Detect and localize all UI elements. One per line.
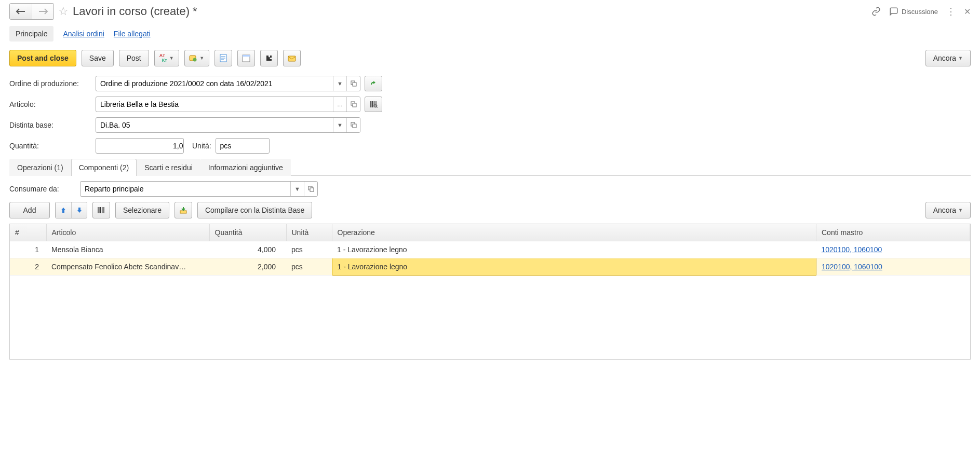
col-header-unita[interactable]: Unità [286,224,332,241]
folder-mail-icon-button[interactable] [283,50,301,66]
ordine-dropdown-icon[interactable]: ▼ [333,76,346,91]
move-down-button[interactable] [71,202,87,218]
distinta-label: Distinta base: [9,121,91,129]
distinta-input-group: ▼ [96,117,360,133]
calendar-icon-button[interactable] [237,50,255,66]
svg-rect-33 [310,188,314,191]
barcode-scan-button[interactable] [92,202,110,218]
table-ancora-button[interactable]: Ancora ▼ [925,202,971,218]
unita-input-group: ▼ [216,138,270,154]
subtab-info-aggiuntive[interactable]: Informazioni aggiuntive [200,159,291,176]
move-up-button[interactable] [56,202,71,218]
consumare-input-group: ▼ [80,181,318,197]
svg-rect-10 [288,56,296,61]
post-and-close-button[interactable]: Post and close [9,50,76,66]
svg-rect-23 [353,124,356,128]
cell-operazione-active[interactable]: 1 - Lavorazione legno [332,258,816,276]
document-icon-button[interactable] [214,50,232,66]
save-button[interactable]: Save [82,50,114,66]
tab-file-allegati[interactable]: File allegati [114,26,151,42]
distinta-open-icon[interactable] [346,118,360,132]
articolo-barcode-button[interactable] [365,97,382,112]
svg-rect-14 [353,103,356,107]
ancora-button[interactable]: Ancora ▼ [925,50,971,66]
ordine-refresh-button[interactable] [365,76,382,91]
col-header-conti[interactable]: Conti mastro [816,224,970,241]
compilare-button[interactable]: Compilare con la Distinta Base [197,202,312,218]
cell-num: 2 [10,258,46,276]
nav-back-button[interactable] [10,4,32,19]
puzzle-icon-button[interactable] [260,50,278,66]
cell-quantita: 4,000 [209,241,286,258]
more-vertical-icon[interactable]: ⋮ [946,6,956,17]
move-row-buttons [55,202,87,218]
components-table[interactable]: # Articolo Quantità Unità Operazione Con… [10,224,970,276]
discussion-button[interactable]: Discussione [889,7,938,16]
close-icon[interactable]: ✕ [964,7,971,17]
svg-point-1 [193,58,197,62]
cell-articolo: Compensato Fenolico Abete Scandinav… [46,258,209,276]
ancora-label: Ancora [933,54,956,62]
nav-history [9,3,54,20]
discussion-label: Discussione [902,8,938,16]
subtab-componenti[interactable]: Componenti (2) [71,159,137,176]
articolo-label: Articolo: [9,100,91,108]
consumare-label: Consumare da: [9,185,76,193]
table-row[interactable]: 1 Mensola Bianca 4,000 pcs 1 - Lavorazio… [10,241,970,258]
col-header-num[interactable]: # [10,224,46,241]
distinta-input[interactable] [96,118,333,132]
table-ancora-label: Ancora [933,206,956,214]
svg-rect-12 [353,83,356,86]
articolo-input-group: … [96,97,360,112]
cell-unita: pcs [286,241,332,258]
col-header-quantita[interactable]: Quantità [209,224,286,241]
cell-articolo: Mensola Bianca [46,241,209,258]
distinta-dropdown-icon[interactable]: ▼ [333,118,346,132]
quantita-label: Quantità: [9,142,91,150]
cell-num: 1 [10,241,46,258]
page-title: Lavori in corso (create) * [73,5,197,18]
svg-rect-39 [180,211,186,213]
quantita-input-group [96,138,184,154]
cell-quantita: 2,000 [209,258,286,276]
ordine-open-icon[interactable] [346,76,360,91]
link-icon[interactable] [871,7,881,16]
cell-conti-link[interactable]: 1020100, 1060100 [822,245,882,254]
accounting-entries-button[interactable]: Ат Кт ▼ [154,50,179,66]
favorite-star-icon[interactable]: ☆ [58,5,69,18]
consumare-input[interactable] [80,182,290,196]
add-row-button[interactable]: Add [9,202,50,218]
svg-line-21 [377,107,378,108]
unita-label: Unità: [192,142,211,150]
subtab-scarti[interactable]: Scarti e residui [137,159,200,176]
components-table-wrap: # Articolo Quantità Unità Operazione Con… [9,224,971,360]
nav-forward-button [32,4,53,19]
cell-unita: pcs [286,258,332,276]
articolo-open-icon[interactable] [346,97,360,112]
ordine-input-group: ▼ [96,76,360,91]
table-row[interactable]: 2 Compensato Fenolico Abete Scandinav… 2… [10,258,970,276]
import-button[interactable] [174,202,192,218]
articolo-input[interactable] [96,97,333,112]
selezionare-button[interactable]: Selezionare [115,202,169,218]
subtab-operazioni[interactable]: Operazioni (1) [9,159,71,176]
articolo-select-icon[interactable]: … [333,97,346,112]
ordine-input[interactable] [96,76,333,91]
cell-conti-link[interactable]: 1020100, 1060100 [822,263,882,271]
unita-input[interactable] [216,139,270,153]
col-header-articolo[interactable]: Articolo [46,224,209,241]
consumare-dropdown-icon[interactable]: ▼ [290,182,304,196]
quantita-input[interactable] [96,139,184,153]
svg-rect-7 [243,55,250,57]
tab-analisi-ordini[interactable]: Analisi ordini [63,26,104,42]
tab-principale[interactable]: Principale [9,26,53,42]
cell-operazione: 1 - Lavorazione legno [332,241,816,258]
post-button[interactable]: Post [119,50,149,66]
ordine-label: Ordine di produzione: [9,79,91,88]
col-header-operazione[interactable]: Operazione [332,224,816,241]
create-based-on-button[interactable]: ▼ [184,50,209,66]
consumare-open-icon[interactable] [304,182,317,196]
